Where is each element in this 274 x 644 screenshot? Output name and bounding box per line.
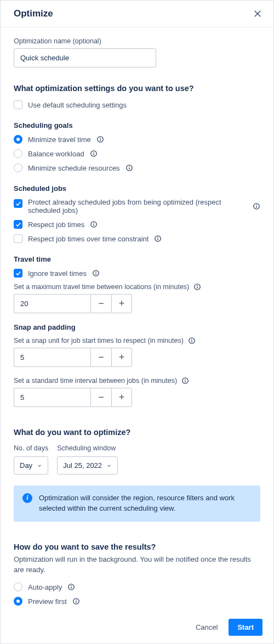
snap-unit-increment[interactable]: + xyxy=(111,348,132,367)
protect-jobs-checkbox[interactable] xyxy=(14,199,22,208)
settings-heading: What optimization settings do you want t… xyxy=(14,84,260,93)
close-icon[interactable] xyxy=(253,9,262,19)
auto-apply-radio[interactable] xyxy=(14,583,22,591)
respect-over-constraint-checkbox[interactable] xyxy=(14,234,22,243)
days-dropdown[interactable]: Day xyxy=(14,456,48,474)
modal-body: Optimization name (optional) What optimi… xyxy=(1,27,273,611)
save-subtext: Optimization will run in the background.… xyxy=(14,555,260,575)
minimize-resources-radio[interactable] xyxy=(14,163,22,172)
svg-point-16 xyxy=(94,223,94,223)
snap-unit-input[interactable] xyxy=(14,348,90,367)
svg-point-7 xyxy=(93,152,94,152)
save-heading: How do you want to save the results? xyxy=(14,543,260,551)
travel-heading: Travel time xyxy=(14,255,260,263)
info-banner-text: Optimization will consider the region, r… xyxy=(39,493,252,514)
max-travel-increment[interactable]: + xyxy=(111,294,132,313)
info-icon[interactable] xyxy=(90,221,98,228)
save-section: How do you want to save the results? Opt… xyxy=(14,543,260,606)
minimize-resources-label: Minimize schedule resources xyxy=(28,164,120,172)
optimize-modal: Optimize Optimization name (optional) Wh… xyxy=(0,0,274,644)
minimize-travel-radio[interactable] xyxy=(14,135,22,144)
svg-point-19 xyxy=(158,237,158,238)
info-icon[interactable] xyxy=(67,583,75,591)
modal-header: Optimize xyxy=(1,1,273,27)
protect-jobs-label: Protect already scheduled jobs from bein… xyxy=(28,198,247,214)
info-icon[interactable] xyxy=(125,164,133,172)
info-icon[interactable] xyxy=(253,202,260,210)
use-default-checkbox[interactable] xyxy=(14,100,22,109)
max-travel-input[interactable] xyxy=(14,294,90,313)
interval-label: Set a standard time interval between job… xyxy=(14,377,177,385)
chevron-down-icon xyxy=(106,463,112,468)
respect-job-times-checkbox[interactable] xyxy=(14,220,22,229)
optimize-what-section: What do you want to optimize? No. of day… xyxy=(14,428,260,522)
svg-point-28 xyxy=(192,339,192,340)
balance-workload-radio[interactable] xyxy=(14,149,22,158)
snap-unit-decrement[interactable]: − xyxy=(90,348,111,367)
interval-decrement[interactable]: − xyxy=(90,388,111,407)
info-icon[interactable] xyxy=(72,597,80,605)
optimization-name-label: Optimization name (optional) xyxy=(14,37,260,45)
modal-title: Optimize xyxy=(14,8,53,19)
days-value: Day xyxy=(20,461,32,470)
window-dropdown[interactable]: Jul 25, 2022 xyxy=(57,456,118,474)
info-icon[interactable] xyxy=(181,377,189,385)
auto-apply-label: Auto-apply xyxy=(28,583,62,591)
jobs-subsection: Scheduled jobs Protect already scheduled… xyxy=(14,184,260,243)
travel-subsection: Travel time Ignore travel times Set a ma… xyxy=(14,255,260,313)
respect-job-times-label: Respect job times xyxy=(28,221,84,229)
cancel-button[interactable]: Cancel xyxy=(189,619,224,636)
info-icon[interactable] xyxy=(96,135,104,143)
info-banner-icon: i xyxy=(22,493,32,503)
ignore-travel-checkbox[interactable] xyxy=(14,269,22,278)
ignore-travel-label: Ignore travel times xyxy=(28,269,87,278)
max-travel-label: Set a maximum travel time between locati… xyxy=(14,283,189,291)
snap-unit-label: Set a snap unit for job start times to r… xyxy=(14,337,184,344)
svg-point-10 xyxy=(129,166,129,167)
use-default-label: Use default scheduling settings xyxy=(28,101,127,109)
info-icon[interactable] xyxy=(90,150,98,157)
info-icon[interactable] xyxy=(92,269,100,277)
info-banner: i Optimization will consider the region,… xyxy=(14,485,260,522)
snap-subsection: Snap and padding Set a snap unit for job… xyxy=(14,323,260,407)
svg-point-4 xyxy=(100,138,101,138)
svg-point-22 xyxy=(96,272,96,272)
info-icon[interactable] xyxy=(188,337,196,344)
preview-first-radio[interactable] xyxy=(14,597,22,606)
chevron-down-icon xyxy=(37,463,42,468)
preview-first-label: Preview first xyxy=(28,597,67,606)
window-label: Scheduling window xyxy=(57,444,118,452)
interval-increment[interactable]: + xyxy=(111,388,132,407)
svg-point-31 xyxy=(185,379,186,380)
optimize-what-heading: What do you want to optimize? xyxy=(14,428,260,437)
info-icon[interactable] xyxy=(193,283,201,291)
jobs-heading: Scheduled jobs xyxy=(14,184,260,193)
respect-over-constraint-label: Respect job times over time constraint xyxy=(28,235,149,243)
days-label: No. of days xyxy=(14,444,48,452)
snap-heading: Snap and padding xyxy=(14,323,260,331)
goals-heading: Scheduling goals xyxy=(14,121,260,129)
optimization-name-input[interactable] xyxy=(14,48,156,67)
svg-point-37 xyxy=(76,600,77,600)
svg-point-25 xyxy=(197,285,198,286)
minimize-travel-label: Minimize travel time xyxy=(28,135,91,144)
window-value: Jul 25, 2022 xyxy=(63,461,102,470)
svg-point-34 xyxy=(71,585,72,586)
start-button[interactable]: Start xyxy=(229,619,262,636)
max-travel-decrement[interactable]: − xyxy=(90,294,111,313)
settings-section: What optimization settings do you want t… xyxy=(14,84,260,407)
balance-workload-label: Balance workload xyxy=(28,150,84,158)
svg-point-13 xyxy=(256,205,257,205)
interval-input[interactable] xyxy=(14,388,90,407)
info-icon[interactable] xyxy=(154,235,162,242)
modal-footer: Cancel Start xyxy=(1,611,273,643)
goals-subsection: Scheduling goals Minimize travel time Ba… xyxy=(14,121,260,172)
